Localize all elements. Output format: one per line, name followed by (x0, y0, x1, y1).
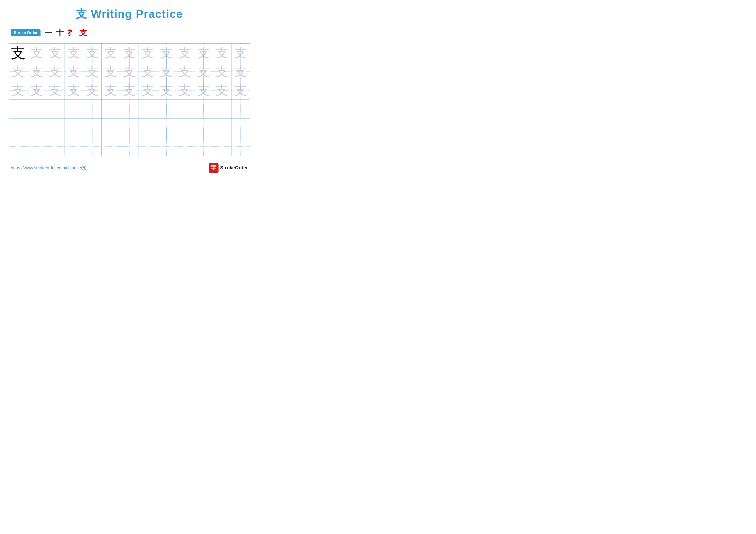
grid-cell-5-1[interactable] (9, 118, 27, 137)
grid-cell-1-5: 支 (83, 43, 101, 62)
grid-cell-4-5[interactable] (83, 100, 101, 118)
character-faint: 支 (197, 65, 210, 78)
grid-cell-6-7[interactable] (120, 137, 139, 156)
grid-cell-2-1: 支 (9, 62, 27, 81)
grid-cell-3-5: 支 (83, 81, 101, 99)
grid-cell-6-9[interactable] (157, 137, 176, 156)
grid-cell-1-12: 支 (213, 43, 231, 62)
footer: https://www.strokeorder.com/chinese/支 字 … (9, 163, 250, 173)
character-faint: 支 (86, 65, 98, 78)
stroke-step-3: 扌 (68, 28, 75, 38)
character-faint: 支 (123, 65, 136, 78)
grid-cell-3-3: 支 (46, 81, 65, 99)
grid-cell-3-9: 支 (157, 81, 176, 99)
grid-cell-1-4: 支 (65, 43, 83, 62)
character-faint: 支 (216, 65, 228, 78)
grid-cell-6-11[interactable] (194, 137, 213, 156)
footer-url[interactable]: https://www.strokeorder.com/chinese/支 (11, 165, 86, 171)
grid-cell-2-5: 支 (83, 62, 101, 81)
grid-cell-6-8[interactable] (139, 137, 157, 156)
character-faint: 支 (234, 84, 247, 96)
grid-cell-5-3[interactable] (46, 118, 65, 137)
grid-cell-5-5[interactable] (83, 118, 101, 137)
brand-icon: 字 (209, 163, 219, 173)
character-faint: 支 (12, 65, 24, 78)
character-faint: 支 (86, 46, 98, 59)
grid-cell-3-6: 支 (101, 81, 120, 99)
grid-cell-6-12[interactable] (213, 137, 231, 156)
stroke-step-2: 十 (56, 28, 64, 38)
character-faint: 支 (123, 46, 136, 59)
grid-cell-1-1: 支 (9, 43, 27, 62)
grid-cell-5-4[interactable] (65, 118, 83, 137)
grid-cell-1-7: 支 (120, 43, 139, 62)
grid-cell-4-4[interactable] (65, 100, 83, 118)
grid-cell-2-13: 支 (231, 62, 250, 81)
character-faint: 支 (216, 84, 228, 96)
character-faint: 支 (104, 46, 117, 59)
character-faint: 支 (68, 84, 80, 96)
grid-cell-5-9[interactable] (157, 118, 176, 137)
grid-cell-3-12: 支 (213, 81, 231, 99)
grid-cell-4-10[interactable] (176, 100, 194, 118)
stroke-step-1: 一 (44, 28, 52, 38)
grid-cell-1-3: 支 (46, 43, 65, 62)
character-model: 支 (11, 45, 25, 60)
character-faint: 支 (49, 84, 62, 96)
character-faint: 支 (30, 46, 43, 59)
grid-row-6 (9, 137, 250, 156)
grid-row-3: 支 支 支 支 支 支 支 支 支 支 支 支 (9, 81, 250, 100)
page-title: 支 Writing Practice (9, 7, 250, 21)
character-faint: 支 (142, 65, 154, 78)
character-faint: 支 (104, 65, 117, 78)
character-faint: 支 (179, 46, 191, 59)
stroke-order-row: Stroke Order 一 十 扌 支 (9, 28, 250, 38)
character-faint: 支 (30, 84, 43, 96)
grid-cell-5-11[interactable] (194, 118, 213, 137)
grid-cell-6-10[interactable] (176, 137, 194, 156)
grid-cell-5-12[interactable] (213, 118, 231, 137)
grid-cell-5-8[interactable] (139, 118, 157, 137)
footer-brand: 字 StrokeOrder (209, 163, 248, 173)
grid-cell-5-6[interactable] (101, 118, 120, 137)
grid-cell-6-1[interactable] (9, 137, 27, 156)
grid-cell-2-7: 支 (120, 62, 139, 81)
grid-cell-1-13: 支 (231, 43, 250, 62)
grid-cell-5-13[interactable] (231, 118, 250, 137)
grid-cell-4-1[interactable] (9, 100, 27, 118)
grid-cell-6-13[interactable] (231, 137, 250, 156)
grid-cell-6-5[interactable] (83, 137, 101, 156)
character-faint: 支 (160, 84, 173, 96)
grid-cell-1-8: 支 (139, 43, 157, 62)
grid-cell-6-6[interactable] (101, 137, 120, 156)
character-faint: 支 (12, 84, 24, 96)
grid-cell-5-2[interactable] (27, 118, 46, 137)
grid-cell-2-4: 支 (65, 62, 83, 81)
grid-cell-4-13[interactable] (231, 100, 250, 118)
grid-cell-2-3: 支 (46, 62, 65, 81)
grid-cell-6-2[interactable] (27, 137, 46, 156)
grid-cell-4-12[interactable] (213, 100, 231, 118)
character-faint: 支 (160, 46, 173, 59)
grid-cell-5-7[interactable] (120, 118, 139, 137)
character-faint: 支 (104, 84, 117, 96)
brand-name: StrokeOrder (220, 165, 248, 171)
grid-cell-4-8[interactable] (139, 100, 157, 118)
character-faint: 支 (49, 65, 62, 78)
grid-row-2: 支 支 支 支 支 支 支 支 支 支 支 支 (9, 62, 250, 81)
grid-cell-4-3[interactable] (46, 100, 65, 118)
grid-cell-4-9[interactable] (157, 100, 176, 118)
grid-cell-6-3[interactable] (46, 137, 65, 156)
grid-cell-4-6[interactable] (101, 100, 120, 118)
character-faint: 支 (160, 65, 173, 78)
character-faint: 支 (123, 84, 136, 96)
grid-cell-4-11[interactable] (194, 100, 213, 118)
grid-cell-4-2[interactable] (27, 100, 46, 118)
grid-cell-3-7: 支 (120, 81, 139, 99)
grid-cell-5-10[interactable] (176, 118, 194, 137)
grid-cell-6-4[interactable] (65, 137, 83, 156)
stroke-step-4: 支 (79, 28, 87, 38)
character-faint: 支 (142, 84, 154, 96)
grid-cell-4-7[interactable] (120, 100, 139, 118)
grid-cell-1-2: 支 (27, 43, 46, 62)
